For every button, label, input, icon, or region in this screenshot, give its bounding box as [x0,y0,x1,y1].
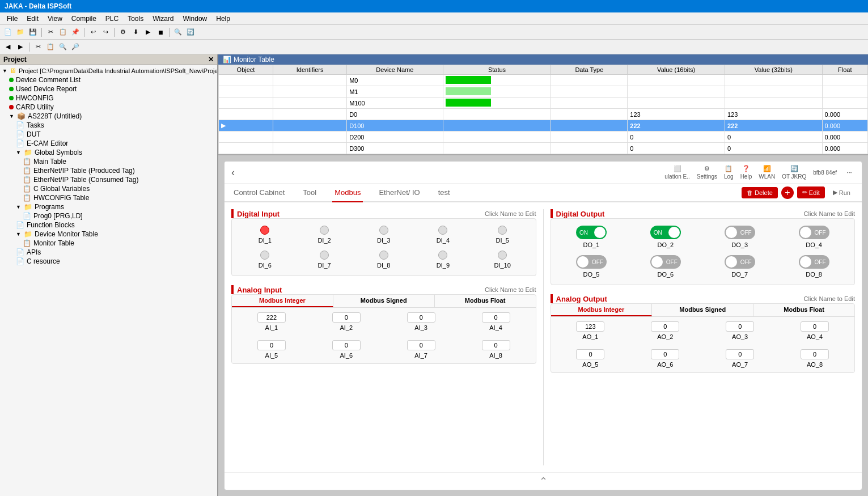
tree-function-blocks[interactable]: 📄 Function Blocks [15,221,216,230]
do-toggle-3[interactable]: OFF [725,226,755,239]
tree-device-monitor[interactable]: ▼ 📁 Device Monitor Table [15,230,216,239]
edit-button[interactable]: ✏ Edit [797,186,825,198]
ai-value-2[interactable]: 0 [332,312,361,323]
ao-value-1[interactable]: 123 [576,321,604,332]
tb-run[interactable]: ▶ [142,27,154,38]
di-dot-4[interactable] [438,226,447,235]
do-toggle-4[interactable]: OFF [799,226,829,239]
panel-simulation[interactable]: ⬜ ulation E.. [664,165,689,180]
tb-download[interactable]: ⬇ [130,27,141,38]
ai-header-modbus-int[interactable]: Modbus Integer [232,295,333,307]
project-close[interactable]: ✕ [208,56,214,63]
ao-value-7[interactable]: 0 [726,349,754,359]
tree-ethernet-consumed[interactable]: 📋 EtherNet/IP Table (Consumed Tag) [22,175,216,184]
menu-window[interactable]: Window [179,14,212,24]
ai-value-4[interactable]: 0 [482,312,510,323]
di-dot-3[interactable] [379,226,388,235]
tab-modbus[interactable]: Modbus [332,184,363,202]
ai-header-modbus-float[interactable]: Modbus Float [435,295,536,307]
panel-back-button[interactable]: ‹ [231,167,235,179]
tab-test[interactable]: test [436,184,452,202]
ao-value-8[interactable]: 0 [801,349,829,359]
tree-ecam[interactable]: 📄 E-CAM Editor [15,139,216,148]
menu-file[interactable]: File [2,14,22,24]
tb2-forward[interactable]: ▶ [15,41,26,53]
tb-save[interactable]: 💾 [27,27,39,38]
tb-redo[interactable]: ↪ [100,27,111,38]
tree-root[interactable]: ▼ 🖥 Project [C:\ProgramData\Delta Indust… [1,66,216,75]
tb2-cut2[interactable]: ✂ [32,41,44,53]
di-dot-1[interactable] [260,226,269,235]
ai-header-modbus-signed[interactable]: Modbus Signed [333,295,435,307]
di-dot-5[interactable] [498,226,507,235]
run-button[interactable]: ▶ Run [828,187,855,198]
tree-as228t[interactable]: ▼ 📦 AS228T (Untitled) [8,112,216,121]
di-dot-10[interactable] [498,251,507,260]
tb-stop[interactable]: ⏹ [155,27,166,38]
tree-monitor-table[interactable]: 📋 Monitor Table [22,239,216,248]
tree-global-symbols[interactable]: ▼ 📁 Global Symbols [15,148,216,157]
di-dot-2[interactable] [320,226,329,235]
tree-hwconfig[interactable]: HWCONFIG [8,94,216,103]
tb2-copy2[interactable]: 📋 [45,41,56,53]
ao-header-modbus-int[interactable]: Modbus Integer [551,304,653,316]
tree-c-resource[interactable]: 📄 C resource [15,257,216,266]
menu-tools[interactable]: Tools [123,14,148,24]
tab-ethernet-io[interactable]: EtherNet/ IO [376,184,422,202]
ai-value-7[interactable]: 0 [407,340,435,350]
panel-wlan[interactable]: 📶 WLAN [759,165,775,180]
tree-ethernet-produced[interactable]: 📋 EtherNet/IP Table (Produced Tag) [22,166,216,175]
di-dot-6[interactable] [260,251,269,260]
panel-help[interactable]: ❓ Help [740,165,752,180]
tree-programs[interactable]: ▼ 📁 Programs [15,202,216,211]
menu-plc[interactable]: PLC [101,14,123,24]
menu-view[interactable]: View [43,14,67,24]
di-dot-7[interactable] [320,251,329,260]
tb2-back[interactable]: ◀ [2,41,14,53]
add-button[interactable]: + [781,186,794,199]
di-dot-9[interactable] [438,251,447,260]
panel-settings[interactable]: ⚙ Settings [697,165,717,180]
do-toggle-1[interactable]: ON [576,226,607,239]
ao-header-modbus-float[interactable]: Modbus Float [753,304,854,316]
panel-log[interactable]: 📋 Log [724,165,734,180]
ao-value-6[interactable]: 0 [651,349,679,359]
menu-compile[interactable]: Compile [67,14,101,24]
tree-c-global[interactable]: 📋 C Global Variables [22,184,216,193]
ai-value-6[interactable]: 0 [332,340,361,350]
do-toggle-5[interactable]: OFF [576,255,607,269]
tb-paste[interactable]: 📌 [70,27,81,38]
ao-value-4[interactable]: 0 [801,321,829,332]
tab-tool[interactable]: Tool [300,184,319,202]
tb-undo[interactable]: ↩ [87,27,99,38]
tb2-search[interactable]: 🔍 [57,41,69,53]
tree-main-table[interactable]: 📋 Main Table [22,157,216,166]
panel-more[interactable]: ··· [844,167,855,178]
ao-value-2[interactable]: 0 [651,321,679,332]
tree-prog0[interactable]: 📄 Prog0 [PRG,LD] [22,211,216,221]
tb-copy[interactable]: 📋 [57,27,69,38]
do-toggle-7[interactable]: OFF [725,255,755,269]
tb-cut[interactable]: ✂ [45,27,56,38]
delete-button[interactable]: 🗑 Delete [742,187,778,198]
menu-wizard[interactable]: Wizard [148,14,178,24]
ao-header-modbus-signed[interactable]: Modbus Signed [652,304,753,316]
ao-value-3[interactable]: 0 [726,321,754,332]
menu-help[interactable]: Help [211,14,235,24]
tree-dut[interactable]: 📄 DUT [15,130,216,139]
tb2-zoom[interactable]: 🔎 [70,41,81,53]
ai-value-8[interactable]: 0 [482,340,510,350]
do-toggle-2[interactable]: ON [650,226,681,239]
tree-tasks[interactable]: 📄 Tasks [15,121,216,130]
tree-card-utility[interactable]: CARD Utility [8,103,216,112]
do-toggle-8[interactable]: OFF [799,255,829,269]
tb-find[interactable]: 🔍 [172,27,184,38]
tree-hwconfig-table[interactable]: 📋 HWCONFIG Table [22,193,216,202]
ai-value-1[interactable]: 222 [257,312,286,323]
scroll-up-icon[interactable]: ⌃ [539,475,548,487]
tb-compile[interactable]: ⚙ [117,27,129,38]
panel-jkrq[interactable]: 🔄 OT JKRQ [782,165,806,180]
do-toggle-6[interactable]: OFF [650,255,681,269]
ai-value-5[interactable]: 0 [257,340,286,350]
ai-value-3[interactable]: 0 [407,312,435,323]
